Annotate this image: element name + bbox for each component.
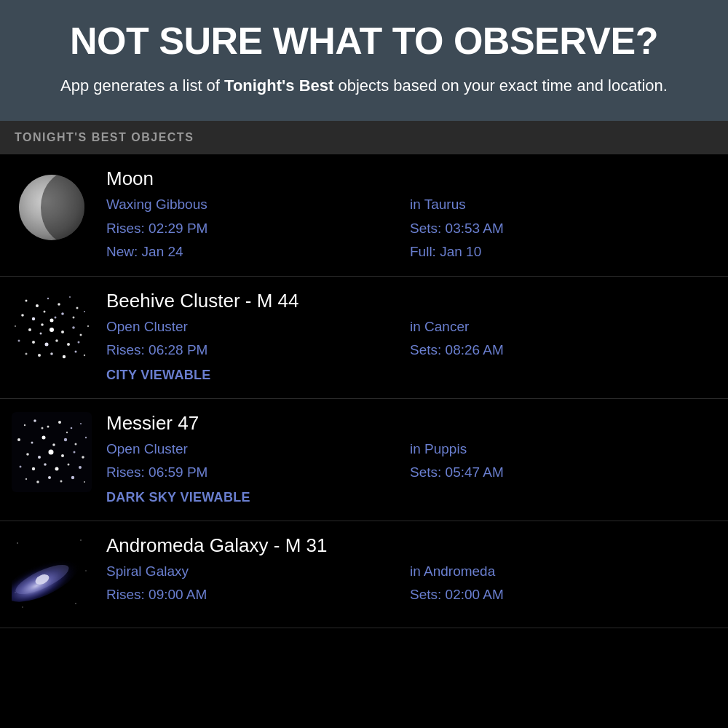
svg-point-32 — [15, 325, 16, 327]
object-rises: Rises: 06:59 PM — [106, 462, 410, 483]
messier47-info: Messier 47 Open Cluster in Puppis Rises:… — [106, 412, 713, 507]
object-list: Moon Waxing Gibbous in Taurus Rises: 02:… — [0, 154, 728, 628]
svg-point-3 — [47, 297, 49, 298]
andromeda-image — [12, 534, 92, 614]
svg-point-50 — [26, 453, 29, 456]
svg-point-33 — [87, 325, 89, 326]
object-type: Waxing Gibbous — [106, 194, 410, 215]
svg-point-30 — [75, 350, 77, 352]
andromeda-info: Andromeda Galaxy - M 31 Spiral Galaxy in… — [106, 534, 713, 606]
svg-point-15 — [40, 332, 42, 334]
svg-point-4 — [58, 303, 60, 306]
svg-point-5 — [69, 296, 71, 298]
svg-point-34 — [41, 323, 44, 326]
svg-point-18 — [72, 326, 75, 329]
list-item[interactable]: Beehive Cluster - M 44 Open Cluster in C… — [0, 277, 728, 399]
messier47-graphic — [12, 412, 92, 492]
object-type: Open Cluster — [106, 439, 410, 460]
object-viewable: CITY VIEWABLE — [106, 365, 713, 385]
svg-point-19 — [80, 333, 82, 336]
svg-point-39 — [47, 425, 50, 427]
svg-point-1 — [25, 299, 28, 301]
svg-point-7 — [21, 314, 24, 317]
svg-point-2 — [36, 304, 39, 307]
object-details: Open Cluster in Cancer Rises: 06:28 PM S… — [106, 317, 713, 385]
svg-point-8 — [32, 317, 35, 320]
messier47-image — [12, 412, 92, 492]
svg-point-37 — [24, 424, 25, 425]
svg-point-67 — [84, 481, 85, 483]
svg-point-9 — [44, 310, 46, 312]
object-name: Moon — [106, 167, 713, 190]
svg-point-66 — [71, 475, 74, 478]
object-location: in Andromeda — [410, 561, 713, 582]
svg-point-13 — [84, 311, 85, 312]
svg-point-60 — [68, 463, 70, 465]
svg-point-73 — [85, 570, 86, 571]
svg-point-40 — [58, 421, 61, 424]
svg-point-58 — [44, 463, 47, 466]
object-location: in Puppis — [410, 439, 713, 460]
object-rises: Rises: 02:29 PM — [106, 218, 410, 240]
svg-point-65 — [60, 480, 63, 482]
svg-point-46 — [52, 443, 55, 446]
svg-point-62 — [25, 478, 27, 479]
object-new: New: Jan 24 — [106, 242, 410, 263]
svg-point-52 — [49, 449, 54, 454]
andromeda-graphic — [12, 534, 92, 614]
beehive-image — [12, 290, 92, 370]
object-location: in Taurus — [410, 194, 713, 215]
object-details: Open Cluster in Puppis Rises: 06:59 PM S… — [106, 439, 713, 507]
svg-point-29 — [63, 355, 66, 357]
svg-point-57 — [32, 467, 35, 470]
svg-point-17 — [61, 331, 64, 333]
svg-point-10 — [50, 318, 54, 322]
svg-point-41 — [71, 427, 73, 429]
svg-point-25 — [78, 341, 80, 343]
svg-point-23 — [55, 339, 58, 342]
svg-point-28 — [50, 352, 53, 355]
page-title: NOT SURE WHAT TO OBSERVE? — [22, 20, 706, 62]
svg-point-24 — [67, 343, 70, 346]
svg-point-76 — [22, 606, 23, 607]
svg-point-27 — [38, 354, 41, 357]
svg-point-21 — [32, 341, 35, 344]
svg-point-6 — [76, 306, 79, 309]
svg-point-56 — [20, 465, 22, 467]
object-viewable: DARK SKY VIEWABLE — [106, 488, 713, 507]
object-location: in Cancer — [410, 317, 713, 338]
object-details: Spiral Galaxy in Andromeda Rises: 09:00 … — [106, 561, 713, 606]
object-sets: Sets: 02:00 AM — [410, 585, 713, 606]
svg-point-26 — [25, 352, 28, 355]
svg-point-71 — [17, 542, 18, 544]
svg-point-47 — [64, 438, 67, 440]
object-full: Full: Jan 10 — [410, 242, 713, 263]
svg-point-16 — [50, 328, 54, 332]
object-name: Beehive Cluster - M 44 — [106, 290, 713, 312]
object-name: Andromeda Galaxy - M 31 — [106, 534, 713, 557]
moon-shadow — [41, 175, 84, 240]
list-item[interactable]: Andromeda Galaxy - M 31 Spiral Galaxy in… — [0, 521, 728, 628]
header-section: NOT SURE WHAT TO OBSERVE? App generates … — [0, 0, 728, 121]
svg-point-63 — [36, 480, 39, 483]
moon-image — [12, 167, 92, 248]
object-sets: Sets: 03:53 AM — [410, 218, 713, 240]
beehive-info: Beehive Cluster - M 44 Open Cluster in C… — [106, 290, 713, 385]
object-sets: Sets: 08:26 AM — [410, 340, 713, 361]
object-rises: Rises: 09:00 AM — [106, 585, 410, 606]
svg-point-61 — [79, 466, 82, 469]
object-type: Open Cluster — [106, 317, 410, 338]
svg-point-31 — [84, 354, 85, 355]
beehive-graphic — [12, 290, 92, 370]
list-item[interactable]: Moon Waxing Gibbous in Taurus Rises: 02:… — [0, 154, 728, 277]
svg-point-38 — [33, 419, 36, 422]
svg-point-55 — [82, 456, 84, 459]
svg-point-68 — [41, 427, 44, 429]
object-name: Messier 47 — [106, 412, 713, 435]
svg-point-14 — [28, 328, 31, 331]
list-item[interactable]: Messier 47 Open Cluster in Puppis Rises:… — [0, 399, 728, 521]
svg-point-42 — [80, 423, 82, 424]
svg-point-45 — [42, 435, 46, 439]
svg-point-53 — [61, 454, 64, 457]
svg-point-22 — [45, 342, 49, 346]
